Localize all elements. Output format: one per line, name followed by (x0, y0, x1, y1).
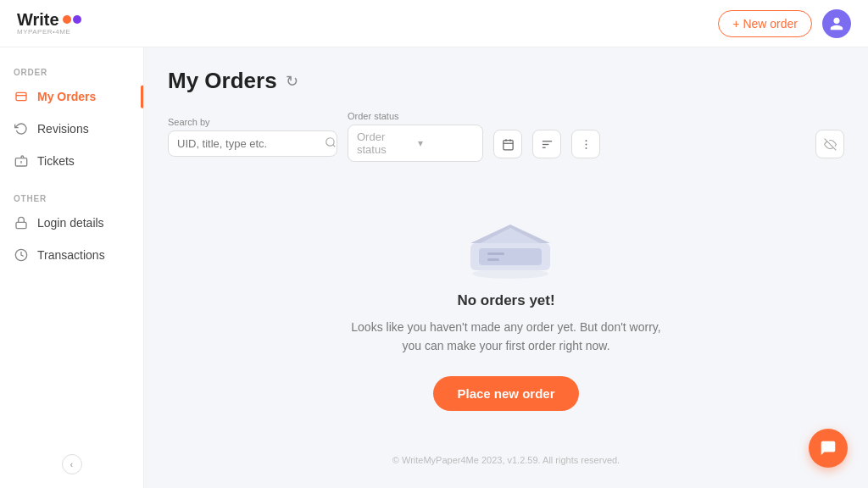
order-status-select[interactable]: Order status ▾ (348, 125, 483, 162)
other-section-label: OTHER (0, 187, 143, 207)
svg-rect-20 (479, 248, 542, 265)
order-status-label: Order status (348, 111, 483, 121)
topbar-right: + New order (718, 9, 851, 38)
search-input-wrap (168, 130, 337, 157)
search-label: Search by (168, 117, 337, 127)
sidebar-item-transactions-label: Transactions (37, 248, 105, 262)
svg-rect-21 (487, 252, 504, 255)
sidebar-item-revisions-label: Revisions (37, 122, 89, 136)
visibility-action (815, 130, 844, 158)
tickets-icon (14, 153, 29, 169)
svg-point-15 (585, 140, 587, 141)
empty-description: Looks like you haven't made any order ye… (345, 318, 667, 356)
visibility-toggle-button[interactable] (815, 130, 844, 158)
calendar-icon-button[interactable] (493, 130, 522, 158)
svg-point-16 (585, 143, 587, 145)
new-order-button[interactable]: + New order (718, 10, 812, 37)
svg-point-17 (585, 147, 587, 148)
footer: © WriteMyPaper4Me 2023, v1.2.59. All rig… (168, 445, 844, 472)
footer-text: © WriteMyPaper4Me 2023, v1.2.59. All rig… (392, 455, 620, 465)
main-layout: ORDER My Orders Revisions Tickets OTHER (0, 47, 868, 488)
sidebar-item-login-details-label: Login details (37, 216, 104, 230)
filter-actions (493, 130, 522, 158)
status-filter-group: Order status Order status ▾ (348, 111, 483, 162)
filter-more-action (571, 130, 600, 158)
sidebar: ORDER My Orders Revisions Tickets OTHER (0, 47, 144, 488)
search-filter-group: Search by (168, 117, 337, 157)
chat-bubble-button[interactable] (809, 429, 848, 468)
svg-point-6 (326, 137, 334, 145)
svg-rect-8 (503, 140, 512, 149)
order-status-placeholder: Order status (357, 130, 413, 156)
login-icon (14, 215, 29, 230)
revisions-icon (14, 121, 29, 136)
search-icon (325, 136, 337, 151)
sidebar-collapse-button[interactable]: ‹ (62, 454, 82, 474)
topbar: Write MYPAPER•4ME + New order (0, 0, 868, 47)
logo: Write MYPAPER•4ME (17, 10, 81, 36)
filters-row: Search by Order status Order status ▾ (168, 111, 844, 162)
empty-title: No orders yet! (457, 292, 554, 309)
sidebar-item-my-orders-label: My Orders (37, 90, 96, 103)
svg-line-7 (333, 144, 336, 147)
refresh-icon[interactable]: ↻ (286, 72, 298, 91)
chevron-down-icon: ▾ (418, 137, 474, 149)
empty-state: No orders yet! Looks like you haven't ma… (168, 182, 844, 445)
page-title: My Orders (168, 68, 277, 94)
content-area: My Orders ↻ Search by Order status Order… (144, 47, 868, 488)
order-section-label: ORDER (0, 61, 143, 80)
more-options-button[interactable] (571, 130, 600, 158)
place-new-order-button[interactable]: Place new order (433, 376, 578, 411)
svg-rect-0 (16, 92, 26, 100)
list-icon (14, 89, 29, 104)
avatar[interactable] (822, 9, 851, 38)
search-input[interactable] (177, 137, 320, 150)
logo-text: Write (17, 10, 81, 29)
sort-icon-button[interactable] (532, 130, 561, 158)
sidebar-item-my-orders[interactable]: My Orders (0, 80, 143, 113)
sidebar-item-tickets[interactable]: Tickets (0, 145, 143, 177)
empty-illustration (455, 199, 557, 275)
logo-subtext: MYPAPER•4ME (17, 29, 81, 36)
filter-sort-action (532, 130, 561, 158)
sidebar-item-login-details[interactable]: Login details (0, 207, 143, 239)
svg-rect-4 (16, 222, 26, 228)
sidebar-item-tickets-label: Tickets (37, 154, 75, 168)
svg-rect-22 (487, 258, 499, 261)
page-header: My Orders ↻ (168, 68, 844, 94)
transactions-icon (14, 247, 29, 263)
sidebar-item-revisions[interactable]: Revisions (0, 113, 143, 145)
sidebar-item-transactions[interactable]: Transactions (0, 239, 143, 271)
